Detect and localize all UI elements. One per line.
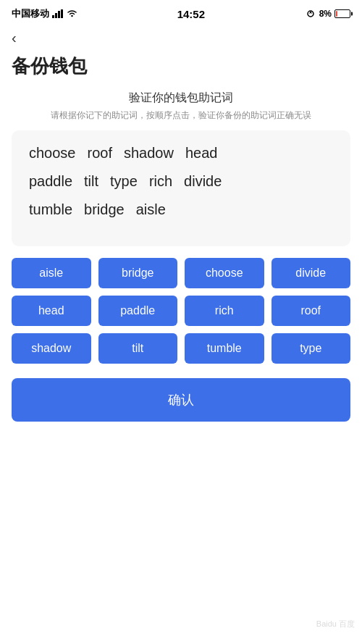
time-display: 14:52 — [177, 8, 205, 20]
svg-rect-1 — [55, 13, 57, 18]
word-btn-tilt[interactable]: tilt — [98, 333, 178, 364]
word-btn-head[interactable]: head — [12, 296, 91, 326]
word-btn-type[interactable]: type — [272, 333, 351, 364]
page-title: 备份钱包 — [0, 51, 362, 91]
section-title: 验证你的钱包助记词 — [0, 91, 362, 106]
word-button-grid: aislebridgechoosedivideheadpaddlerichroo… — [12, 258, 350, 364]
battery-icon — [334, 9, 350, 18]
section-desc: 请根据你记下的助记词，按顺序点击，验证你备份的助记词正确无误 — [0, 109, 362, 122]
display-word-bridge: bridge — [84, 201, 125, 218]
word-btn-aisle[interactable]: aisle — [12, 258, 91, 288]
battery-fill — [336, 11, 337, 17]
word-btn-rich[interactable]: rich — [185, 296, 264, 326]
wifi-icon — [67, 9, 77, 18]
display-word-choose: choose — [29, 145, 76, 162]
word-btn-divide[interactable]: divide — [272, 258, 351, 288]
display-word-roof: roof — [88, 145, 112, 162]
status-left: 中国移动 — [12, 7, 77, 20]
battery-percent: 8% — [319, 9, 332, 19]
svg-rect-2 — [58, 11, 60, 18]
display-word-shadow: shadow — [124, 145, 174, 162]
display-word-tumble: tumble — [29, 201, 72, 218]
word-btn-bridge[interactable]: bridge — [98, 258, 178, 288]
word-btn-tumble[interactable]: tumble — [185, 333, 264, 364]
word-row-1: choose roof shadow head — [29, 145, 333, 162]
display-word-divide: divide — [184, 173, 222, 190]
carrier-label: 中国移动 — [12, 7, 49, 20]
svg-rect-0 — [52, 15, 54, 18]
watermark: Baidu 百度 — [316, 619, 355, 630]
display-word-head: head — [185, 145, 218, 162]
display-word-aisle: aisle — [136, 201, 166, 218]
status-right: 8% — [305, 9, 350, 19]
back-button[interactable]: ‹ — [0, 25, 362, 51]
display-word-rich: rich — [149, 173, 172, 190]
svg-rect-3 — [61, 9, 63, 18]
signal-icon — [52, 9, 64, 18]
confirm-button[interactable]: 确认 — [12, 378, 350, 422]
word-row-3: tumble bridge aisle — [29, 201, 333, 218]
display-word-paddle: paddle — [29, 173, 72, 190]
display-word-type: type — [110, 173, 138, 190]
word-row-2: paddle tilt type rich divide — [29, 173, 333, 190]
section-header: 验证你的钱包助记词 请根据你记下的助记词，按顺序点击，验证你备份的助记词正确无误 — [0, 91, 362, 122]
word-display-area: choose roof shadow head paddle tilt type… — [12, 130, 350, 246]
word-btn-choose[interactable]: choose — [185, 258, 264, 288]
word-btn-paddle[interactable]: paddle — [98, 296, 178, 326]
location-icon — [305, 9, 316, 19]
word-btn-roof[interactable]: roof — [272, 296, 351, 326]
word-btn-shadow[interactable]: shadow — [12, 333, 91, 364]
display-word-tilt: tilt — [84, 173, 98, 190]
status-bar: 中国移动 14:52 8% — [0, 0, 362, 25]
back-arrow-icon: ‹ — [12, 30, 17, 45]
